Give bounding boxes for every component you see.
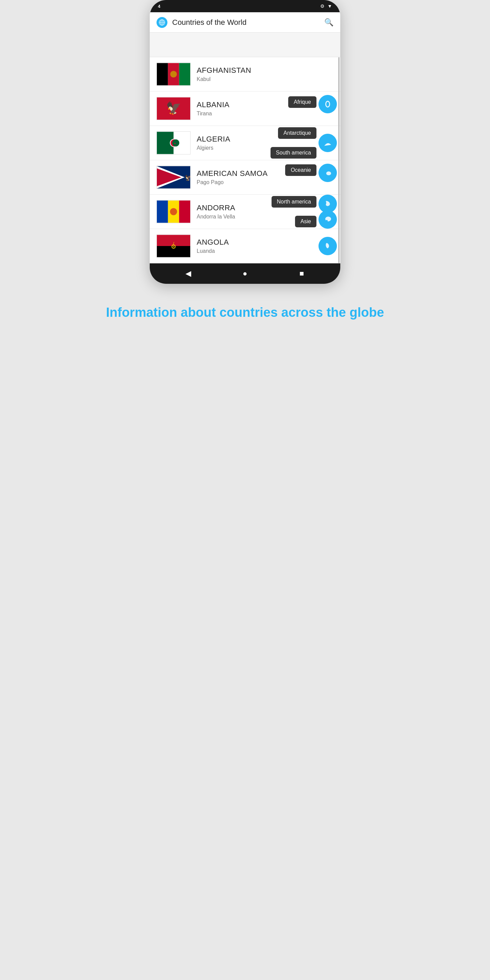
country-name: ANDORRA <box>197 204 334 212</box>
svg-point-22 <box>323 138 332 148</box>
svg-rect-31 <box>179 200 190 223</box>
ad-banner <box>150 33 340 57</box>
svg-text:☽: ☽ <box>172 73 175 76</box>
globe-icon-oceanie[interactable] <box>318 164 337 182</box>
svg-rect-29 <box>157 200 168 223</box>
country-capital: Tirana <box>197 111 334 117</box>
flag-albania: 🦅 <box>156 97 191 120</box>
country-info-angola: ANGOLA Luanda <box>197 238 334 254</box>
country-info-albania: ALBANIA Tirana <box>197 100 334 117</box>
status-icons: ⚙ ▼ <box>320 3 332 9</box>
signal-icon: ▼ <box>327 3 332 9</box>
country-capital: Andorra la Vella <box>197 214 334 220</box>
svg-point-28 <box>326 172 331 175</box>
flag-american-samoa: 🦅 <box>156 166 191 189</box>
phone-frame: 4 ⚙ ▼ Countries of the World 🔍 <box>150 0 340 284</box>
flag-angola: ⚙ / <box>156 234 191 258</box>
globe-icon-asie[interactable] <box>318 210 337 229</box>
status-bar: 4 ⚙ ▼ <box>150 0 340 12</box>
country-info-american-samoa: AMERICAN SAMOA Pago Pago <box>197 169 334 185</box>
globe-icon-antarctica[interactable] <box>318 134 337 152</box>
country-list: ☽ AFGHANISTAN Kabul 🦅 ALBANIA Tirana Afr… <box>150 57 340 263</box>
svg-text:🦅: 🦅 <box>185 174 190 181</box>
app-globe-icon <box>156 17 167 28</box>
settings-icon: ⚙ <box>320 3 325 9</box>
svg-rect-7 <box>179 63 190 85</box>
svg-point-36 <box>326 220 328 222</box>
flag-afghanistan: ☽ <box>156 63 191 86</box>
country-info-andorra: ANDORRA Andorra la Vella <box>197 204 334 220</box>
country-capital: Kabul <box>197 76 334 82</box>
search-button[interactable]: 🔍 <box>324 18 334 27</box>
status-time: 4 <box>158 4 160 9</box>
scrollbar[interactable] <box>338 57 340 263</box>
country-name: ALGERIA <box>197 135 334 143</box>
country-item-algeria[interactable]: ★ ALGERIA Algiers Antarctique South amer… <box>150 126 340 160</box>
bottom-text: Information about countries across the g… <box>79 284 411 334</box>
app-title: Countries of the World <box>172 18 324 27</box>
app-bar: Countries of the World 🔍 <box>150 12 340 33</box>
country-name: ALBANIA <box>197 100 334 109</box>
country-name: AMERICAN SAMOA <box>197 169 334 178</box>
country-item-andorra[interactable]: ANDORRA Andorra la Vella North america A… <box>150 195 340 229</box>
svg-text:🦅: 🦅 <box>166 101 181 115</box>
svg-text:/: / <box>173 241 174 246</box>
country-name: AFGHANISTAN <box>197 66 334 75</box>
home-button[interactable]: ● <box>237 266 253 281</box>
svg-point-32 <box>170 208 177 215</box>
country-capital: Pago Pago <box>197 179 334 185</box>
svg-rect-5 <box>157 63 168 85</box>
country-item-american-samoa[interactable]: 🦅 AMERICAN SAMOA Pago Pago Oceanie <box>150 160 340 195</box>
svg-point-14 <box>326 102 329 107</box>
flag-andorra <box>156 200 191 223</box>
globe-icon-angola[interactable] <box>318 237 337 255</box>
flag-algeria: ★ <box>156 131 191 154</box>
country-item-afghanistan[interactable]: ☽ AFGHANISTAN Kabul <box>150 57 340 92</box>
recents-button[interactable]: ■ <box>294 266 309 281</box>
svg-text:★: ★ <box>174 142 176 145</box>
country-info-algeria: ALGERIA Algiers <box>197 135 334 151</box>
country-item-angola[interactable]: ⚙ / ANGOLA Luanda <box>150 229 340 263</box>
nav-bar: ◀ ● ■ <box>150 263 340 284</box>
country-item-albania[interactable]: 🦅 ALBANIA Tirana Afrique <box>150 92 340 126</box>
country-info-afghanistan: AFGHANISTAN Kabul <box>197 66 334 82</box>
country-capital: Algiers <box>197 145 334 151</box>
globe-icon-afrique[interactable] <box>318 95 337 113</box>
back-button[interactable]: ◀ <box>181 266 196 281</box>
country-capital: Luanda <box>197 248 334 254</box>
country-name: ANGOLA <box>197 238 334 247</box>
